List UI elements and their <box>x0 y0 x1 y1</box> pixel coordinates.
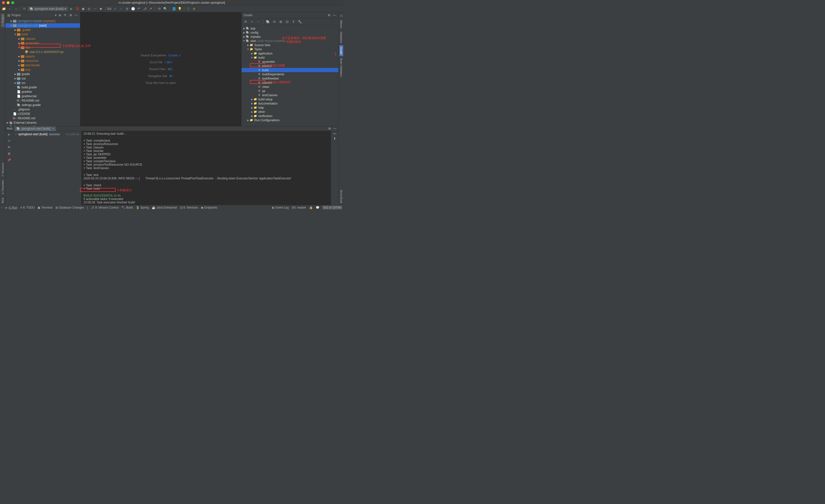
gradle-deps-icon[interactable]: ⌬ <box>285 19 290 24</box>
run-task-list[interactable]: ✓ springboot-start [build]: success 4 s … <box>13 131 81 205</box>
tree-jar-file[interactable]: 📦start-0.0.1-SNAPSHOT.jar <box>5 50 80 54</box>
maximize-window-icon[interactable] <box>11 1 14 4</box>
gradle-tasks-application[interactable]: ▶📁application <box>242 51 339 56</box>
collapse-all-icon[interactable]: ⇱ <box>63 13 67 17</box>
gradle-add-icon[interactable]: + <box>249 19 254 24</box>
console-output[interactable]: 23:08:21: Executing task 'build'... > Ta… <box>81 131 331 205</box>
gradle-collapse-icon[interactable]: ⇕ <box>291 19 296 24</box>
settings-icon[interactable]: ⚙ <box>69 13 73 17</box>
gradle-module-config[interactable]: ▶🐘config <box>242 30 339 34</box>
gradle-tasks-buildsetup[interactable]: ▶📁build setup <box>242 97 339 101</box>
sb-gitbranch[interactable]: Git: master <box>292 206 306 209</box>
gradle-module-start[interactable]: ▼🐘start(auto-import enabled) <box>242 39 339 43</box>
sb-terminal[interactable]: ▣ Terminal <box>38 206 52 209</box>
sb-memory[interactable]: 542 of 1979M <box>322 205 342 209</box>
open-icon[interactable]: 📁 <box>1 6 6 11</box>
git-update-icon[interactable]: ↙ <box>113 6 118 11</box>
soft-wrap-icon[interactable]: ↩ <box>333 132 336 136</box>
tree-folder-classes[interactable]: ▶classes <box>5 36 80 41</box>
gradle-execute-icon[interactable]: 🐘 <box>266 19 270 24</box>
pin-icon[interactable]: 📌 <box>7 158 11 162</box>
gradle-module-aop[interactable]: ▶🐘aop <box>242 26 339 30</box>
minimize-window-icon[interactable] <box>7 1 10 4</box>
tree-module-start[interactable]: ▼springboot-start[start] <box>5 23 80 28</box>
debug-icon[interactable]: 🐞 <box>75 6 80 11</box>
gradle-task-classes[interactable]: ⚙classes <box>242 80 339 85</box>
tree-file-build-gradle[interactable]: 🐘build.gradle <box>5 85 80 90</box>
search-icon[interactable]: 🔍 <box>163 6 168 11</box>
gradle-source-sets[interactable]: ▶📁Source Sets <box>242 43 339 47</box>
tree-module-mybatis[interactable]: ▶springboot-mybatis[mybatis] <box>5 19 80 23</box>
sync-icon[interactable]: ⟲ <box>157 6 162 11</box>
sb-build[interactable]: 🔨 Build <box>122 206 133 209</box>
gradle-refresh-icon[interactable]: ⟳ <box>243 19 248 24</box>
sb-chat-icon[interactable]: 💬 <box>316 206 319 209</box>
close-window-icon[interactable] <box>2 1 5 4</box>
run-tab-build[interactable]: 🐘springboot-start [build]× <box>14 127 56 131</box>
tree-folder-resources[interactable]: ▶resources <box>5 59 80 63</box>
git-compare-icon[interactable]: ⊘ <box>125 6 130 11</box>
tree-file-gradlew[interactable]: 📄gradlew <box>5 90 80 94</box>
rail-database[interactable]: Database <box>339 30 343 45</box>
gradle-remove-icon[interactable]: − <box>256 19 261 24</box>
gradle-analyze-icon[interactable]: ⊞ <box>278 19 283 24</box>
whats-new-icon[interactable]: 📘 <box>171 6 176 11</box>
run-settings-icon[interactable]: ⚙ <box>327 127 331 131</box>
gradle-task-assemble[interactable]: ⚙assemble <box>242 60 339 64</box>
git-push-icon[interactable]: ↗ <box>148 6 153 11</box>
rail-web[interactable]: Web <box>1 196 5 204</box>
gradle-task-builddependents[interactable]: ⚙buildDependents <box>242 72 339 76</box>
gradle-hide-icon[interactable]: — <box>332 13 336 17</box>
gradle-tasks[interactable]: ▼📁Tasks <box>242 47 339 51</box>
plugin-icon[interactable]: ◫ <box>186 6 191 11</box>
tree-folder-gradle-dot[interactable]: ▶.gradle <box>5 28 80 32</box>
tree-file-settings-gradle[interactable]: 🐘settings.gradle <box>5 103 80 107</box>
tree-file-gradlew-bat[interactable]: 📄gradlew.bat <box>5 94 80 98</box>
sb-javaee[interactable]: ☕ Java Enterprise <box>152 206 177 209</box>
sb-todo[interactable]: ≡ 6: TODO <box>20 206 35 209</box>
stop-icon[interactable]: ■ <box>98 6 103 11</box>
git-branch-icon[interactable]: ⎇ <box>142 6 147 11</box>
run-hide-icon[interactable]: — <box>333 127 337 131</box>
sb-tool-window-icon[interactable]: ▫ <box>1 206 2 209</box>
gradle-module-mybatis[interactable]: ▶🐘mybatis <box>242 34 339 39</box>
rail-structure[interactable]: 7: Structure <box>1 161 5 178</box>
sb-services[interactable]: ⊡ 8: Services <box>180 206 198 209</box>
tree-folder-src[interactable]: ▶src <box>5 81 80 85</box>
gradle-toggle-offline-icon[interactable]: ⇆ <box>272 19 277 24</box>
stop-process-icon[interactable]: ≡ <box>7 139 11 143</box>
tree-file-gitignore[interactable]: ◦.gitignore <box>5 107 80 112</box>
hide-icon[interactable]: — <box>74 13 78 17</box>
tree-folder-gradle[interactable]: ▶gradle <box>5 72 80 76</box>
gradle-tasks-build-folder[interactable]: ▼📁build <box>242 56 339 60</box>
gradle-task-jar[interactable]: ⚙jar <box>242 89 339 93</box>
gradle-settings-icon[interactable]: ⚙ <box>327 13 331 17</box>
show-icon[interactable]: 👁 <box>7 145 11 150</box>
gradle-tasks-documentation[interactable]: ▶📁documentation <box>242 101 339 105</box>
gradle-task-buildneeded[interactable]: ⚙buildNeeded <box>242 76 339 80</box>
git-revert-icon[interactable]: ↶ <box>137 6 141 11</box>
tree-external-libraries[interactable]: ▶📚External Libraries <box>5 120 80 125</box>
rail-favorites[interactable]: 2: Favorites <box>1 179 5 195</box>
back-icon[interactable]: ← <box>7 6 12 11</box>
sb-vcs[interactable]: ⎇ 9: Version Control <box>91 206 118 209</box>
run-config-dropdown[interactable]: 🐘 springboot-start [build] ▾ <box>28 7 68 11</box>
gradle-task-testclasses[interactable]: ⚙testClasses <box>242 93 339 97</box>
rail-maven[interactable]: Maven <box>339 19 343 30</box>
select-opened-icon[interactable]: ⊕ <box>58 13 62 17</box>
rail-word-book[interactable]: Word Book <box>339 188 343 204</box>
expand-icon[interactable]: ⊞ <box>7 151 11 156</box>
project-tree[interactable]: ▶springboot-mybatis[mybatis] ▼springboot… <box>5 18 80 126</box>
tip-icon[interactable]: 💡 <box>177 6 182 11</box>
tree-file-readme2[interactable]: M↓README.md <box>5 116 80 120</box>
gradle-tasks-verification[interactable]: ▶📁verification <box>242 114 339 118</box>
sb-run[interactable]: ▶4: Run <box>5 206 17 209</box>
forward-icon[interactable]: → <box>13 6 18 11</box>
coverage-icon[interactable]: ◉ <box>81 6 86 11</box>
gradle-task-clean[interactable]: ⚙clean <box>242 85 339 89</box>
rail-bean-validation[interactable]: Bean Validation <box>339 57 343 78</box>
sb-eventlog[interactable]: ◐ Event Log <box>272 206 289 209</box>
git-commit-icon[interactable]: ✓ <box>119 6 124 11</box>
sb-lock-icon[interactable]: 🔒 <box>309 206 313 209</box>
gradle-tasks-other[interactable]: ▶📁other <box>242 110 339 114</box>
